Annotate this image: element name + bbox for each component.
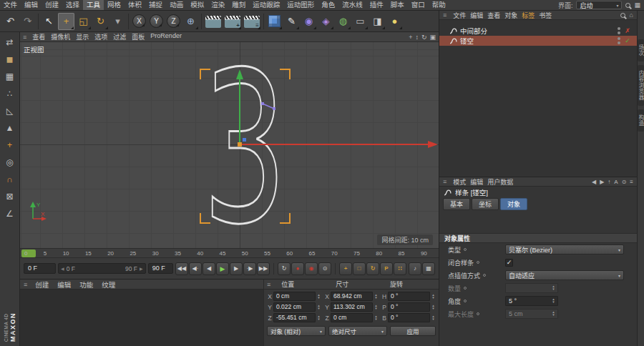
texture-mode-icon[interactable]: ▦ bbox=[2, 69, 18, 84]
frame-range-slider[interactable]: ◀ 0 F 90 F ▶ bbox=[58, 263, 146, 274]
history-icon[interactable]: ↑ bbox=[608, 179, 610, 185]
menubar-item[interactable]: 插件 bbox=[366, 0, 387, 10]
material-menu-item[interactable]: 创建 bbox=[31, 280, 53, 290]
dock-tab[interactable]: 场次 bbox=[638, 39, 644, 61]
menubar-item[interactable]: 体积 bbox=[125, 0, 145, 10]
play-button[interactable]: ▶ bbox=[216, 262, 229, 275]
panel-menu-icon[interactable]: ≡ bbox=[23, 34, 26, 41]
z-axis-lock-button[interactable]: Z bbox=[167, 14, 180, 28]
scale-tool-icon[interactable]: ◱ bbox=[75, 13, 92, 30]
move-tool-icon[interactable]: + bbox=[58, 13, 74, 30]
stepper[interactable]: ▲▼ bbox=[316, 294, 321, 300]
visibility-dots[interactable] bbox=[618, 37, 620, 44]
solo-mode-icon[interactable]: ◎ bbox=[2, 154, 18, 169]
undo-icon[interactable]: ↶ bbox=[2, 13, 19, 30]
enable-toggle[interactable]: ✓ bbox=[624, 37, 631, 44]
type-select[interactable]: 贝塞尔 (Bezier) ▾ bbox=[505, 244, 624, 254]
menubar-item[interactable]: 网格 bbox=[104, 0, 125, 10]
menubar-item[interactable]: 脚本 bbox=[387, 0, 408, 10]
panel-menu-icon[interactable]: ≡ bbox=[24, 281, 27, 288]
attribute-menu-item[interactable]: 用户数据 bbox=[485, 177, 515, 187]
stepper[interactable]: ▲▼ bbox=[374, 294, 379, 300]
visibility-dots[interactable] bbox=[618, 27, 620, 34]
nav-back-icon[interactable]: ◀ bbox=[592, 179, 596, 185]
point-handle[interactable] bbox=[243, 138, 246, 142]
viewport-menu-item[interactable]: 面板 bbox=[129, 32, 147, 41]
stepper[interactable]: ▲▼ bbox=[431, 294, 436, 300]
layout-grid-icon[interactable]: ▦ bbox=[634, 1, 640, 9]
vp-toggle-icon[interactable]: ▣ bbox=[429, 34, 436, 41]
subdivision-surface-button[interactable]: ◉ bbox=[301, 13, 317, 30]
object-manager-menu-item[interactable]: 对象 bbox=[502, 11, 519, 20]
next-key-button[interactable]: ·▶ bbox=[243, 262, 256, 275]
search-icon[interactable] bbox=[625, 3, 630, 8]
panel-menu-icon[interactable]: ≡ bbox=[443, 178, 447, 185]
object-manager-menu-item[interactable]: 书签 bbox=[537, 11, 554, 20]
polygons-mode-icon[interactable]: ▲ bbox=[2, 120, 18, 135]
home-icon[interactable]: ⌂ bbox=[630, 11, 633, 19]
interpolation-select[interactable]: 自动适应 ▾ bbox=[505, 270, 624, 280]
object-manager-menu-item[interactable]: 编辑 bbox=[468, 11, 485, 20]
make-editable-icon[interactable]: ⇄ bbox=[2, 34, 18, 49]
prev-frame-button[interactable]: ◀ bbox=[203, 262, 215, 275]
render-view-button[interactable] bbox=[204, 13, 223, 30]
goto-end-button[interactable]: ▶▶ bbox=[257, 262, 270, 275]
stepper[interactable]: ▲▼ bbox=[316, 305, 321, 310]
viewport-menu-item[interactable]: 摄像机 bbox=[48, 32, 73, 41]
render-settings-button[interactable]: ≡ bbox=[243, 13, 261, 30]
range-left-cap-icon[interactable]: ◀ bbox=[61, 266, 64, 271]
apply-button[interactable]: 应用 bbox=[390, 326, 436, 336]
axis-mode-icon[interactable]: + bbox=[2, 137, 18, 152]
goto-start-button[interactable]: ◀◀ bbox=[175, 262, 188, 275]
stepper[interactable]: ▲▼ bbox=[431, 315, 436, 321]
menubar-item[interactable]: 工具 bbox=[83, 0, 104, 10]
viewport-menu-item[interactable]: ProRender bbox=[147, 32, 185, 41]
size-field[interactable]: X 68.942 cm ▲▼ bbox=[324, 292, 379, 301]
camera-button[interactable]: ◨ bbox=[369, 13, 386, 30]
redo-icon[interactable]: ↷ bbox=[19, 13, 36, 30]
nav-forward-icon[interactable]: ▶ bbox=[600, 179, 604, 185]
panel-menu-icon[interactable]: ≡ bbox=[443, 11, 447, 19]
search-icon[interactable] bbox=[620, 13, 625, 18]
menubar-item[interactable]: 选择 bbox=[62, 0, 83, 10]
panel-menu-icon[interactable]: ≡ bbox=[267, 281, 270, 288]
object-properties-header[interactable]: 对象属性 bbox=[439, 233, 637, 243]
menubar-item[interactable]: 动画 bbox=[166, 0, 187, 10]
keyframe-dot-icon[interactable] bbox=[477, 261, 479, 264]
menubar-item[interactable]: 创建 bbox=[42, 0, 62, 10]
menubar-item[interactable]: 运动跟踪 bbox=[249, 0, 283, 10]
rotation-field[interactable]: B 0 ° ▲▼ bbox=[381, 313, 436, 322]
position-field[interactable]: Z -55.451 cm ▲▼ bbox=[267, 313, 321, 322]
dock-tab[interactable]: 内容浏览器 bbox=[638, 65, 644, 106]
size-field[interactable]: Z 0 cm ▲▼ bbox=[324, 313, 379, 322]
deformer-button[interactable]: ◈ bbox=[318, 13, 334, 30]
menubar-item[interactable]: 雕刻 bbox=[228, 0, 249, 10]
material-menu-item[interactable]: 编辑 bbox=[53, 280, 75, 290]
viewport-menu-item[interactable]: 选项 bbox=[92, 32, 110, 41]
menubar-item[interactable]: 渲染 bbox=[208, 0, 228, 10]
stepper[interactable]: ▲▼ bbox=[374, 315, 379, 321]
menubar-item[interactable]: 帮助 bbox=[429, 0, 449, 10]
close-spline-checkbox[interactable]: ✓ bbox=[505, 259, 513, 267]
attribute-tab[interactable]: 对象 bbox=[500, 198, 527, 210]
object-name[interactable]: 镂空 bbox=[460, 36, 474, 46]
range-right-cap-icon[interactable]: ▶ bbox=[140, 266, 143, 271]
floor-button[interactable]: ▭ bbox=[352, 13, 369, 30]
size-field[interactable]: Y 113.302 cm ▲▼ bbox=[324, 302, 379, 312]
key-position-toggle[interactable]: + bbox=[339, 262, 352, 275]
attribute-tab[interactable]: 坐标 bbox=[472, 198, 499, 210]
enable-toggle[interactable]: ✗ bbox=[624, 27, 631, 34]
viewport-menu-item[interactable]: 查看 bbox=[29, 32, 48, 41]
keyframe-selection-button[interactable]: ⊙ bbox=[318, 262, 331, 275]
interface-select[interactable]: 启动 ▾ bbox=[576, 1, 622, 9]
points-mode-icon[interactable]: ∴ bbox=[2, 86, 18, 101]
sound-toggle[interactable]: ♪ bbox=[409, 262, 421, 275]
menubar-item[interactable]: 流水线 bbox=[338, 0, 366, 10]
loop-mode-button[interactable]: ↻ bbox=[278, 262, 291, 275]
tangent-handle-a[interactable] bbox=[261, 102, 264, 105]
viewport-menu-item[interactable]: 显示 bbox=[73, 32, 92, 41]
object-manager-menu-item[interactable]: 查看 bbox=[485, 11, 502, 20]
dock-tab[interactable]: 构造 bbox=[638, 109, 644, 132]
current-frame-field[interactable]: 0 F bbox=[24, 263, 56, 274]
spline-pen-button[interactable]: ✎ bbox=[283, 13, 300, 30]
